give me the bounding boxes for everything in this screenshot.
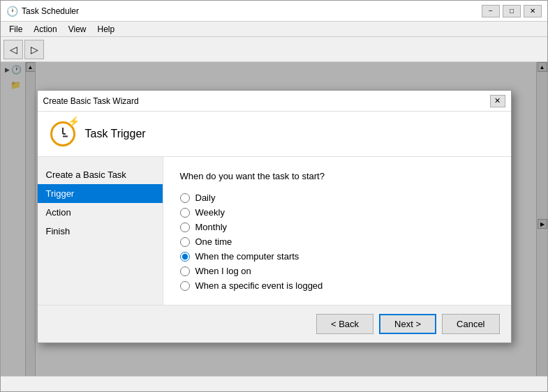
option-daily[interactable]: Daily	[180, 193, 494, 203]
label-logon: When I log on	[195, 266, 251, 276]
dialog-header-title: Task Trigger	[85, 128, 146, 140]
radio-logon[interactable]	[180, 266, 190, 276]
radio-weekly[interactable]	[180, 208, 190, 218]
dialog-body: Create a Basic Task Trigger Action Finis…	[38, 157, 511, 305]
cancel-button[interactable]: Cancel	[442, 314, 499, 334]
label-monthly: Monthly	[195, 222, 228, 232]
clock-container: ⚡	[50, 121, 75, 146]
dialog: Create Basic Task Wizard ✕	[37, 90, 512, 343]
dialog-header-icon: ⚡	[49, 120, 77, 148]
lightning-icon: ⚡	[68, 116, 80, 127]
option-onetime[interactable]: One time	[180, 236, 494, 247]
main-window: 🕐 Task Scheduler − □ ✕ File Action View …	[0, 0, 548, 392]
radio-specificevent[interactable]	[180, 281, 190, 291]
app-icon: 🕐	[6, 6, 17, 17]
toolbar: ◁ ▷	[1, 37, 547, 62]
option-weekly[interactable]: Weekly	[180, 207, 494, 218]
dialog-footer: < Back Next > Cancel	[38, 305, 511, 342]
radio-computerstart[interactable]	[180, 252, 190, 262]
menu-bar: File Action View Help	[1, 22, 547, 37]
menu-action[interactable]: Action	[28, 23, 62, 36]
back-button[interactable]: < Back	[316, 314, 373, 334]
wizard-nav-trigger[interactable]: Trigger	[38, 184, 163, 203]
option-computerstart[interactable]: When the computer starts	[180, 251, 494, 262]
label-onetime: One time	[195, 236, 232, 247]
option-monthly[interactable]: Monthly	[180, 222, 494, 232]
window-title: Task Scheduler	[22, 6, 482, 16]
dialog-header: ⚡ Task Trigger	[38, 112, 511, 157]
status-bar	[1, 376, 547, 391]
close-button[interactable]: ✕	[524, 5, 542, 17]
modal-overlay: Create Basic Task Wizard ✕	[1, 62, 547, 376]
dialog-title-text: Create Basic Task Wizard	[43, 96, 490, 106]
maximize-button[interactable]: □	[503, 5, 521, 17]
option-logon[interactable]: When I log on	[180, 266, 494, 276]
dialog-title-bar: Create Basic Task Wizard ✕	[38, 91, 511, 112]
dialog-close-button[interactable]: ✕	[490, 95, 505, 107]
option-specificevent[interactable]: When a specific event is logged	[180, 280, 494, 291]
wizard-nav-finish[interactable]: Finish	[38, 222, 163, 241]
radio-daily[interactable]	[180, 193, 190, 203]
label-computerstart: When the computer starts	[195, 251, 299, 262]
menu-help[interactable]: Help	[92, 23, 121, 36]
label-specificevent: When a specific event is logged	[195, 280, 323, 291]
title-bar: 🕐 Task Scheduler − □ ✕	[1, 1, 547, 22]
minimize-button[interactable]: −	[482, 5, 500, 17]
title-bar-controls: − □ ✕	[482, 5, 542, 17]
wizard-nav-create[interactable]: Create a Basic Task	[38, 165, 163, 184]
wizard-content: When do you want the task to start? Dail…	[163, 157, 511, 305]
label-weekly: Weekly	[195, 207, 225, 218]
wizard-nav: Create a Basic Task Trigger Action Finis…	[38, 157, 163, 305]
trigger-options: Daily Weekly Monthly	[180, 193, 494, 291]
menu-file[interactable]: File	[3, 23, 28, 36]
radio-onetime[interactable]	[180, 237, 190, 247]
wizard-question: When do you want the task to start?	[180, 171, 494, 181]
forward-toolbar-btn[interactable]: ▷	[24, 40, 44, 59]
wizard-nav-action[interactable]: Action	[38, 203, 163, 222]
radio-monthly[interactable]	[180, 223, 190, 232]
clock-svg	[56, 127, 70, 141]
main-content: ▶ 🕐 📁 ▲ ▲ ▶ Create Basi	[1, 62, 547, 376]
back-toolbar-btn[interactable]: ◁	[3, 40, 23, 59]
next-button[interactable]: Next >	[379, 314, 436, 334]
menu-view[interactable]: View	[63, 23, 92, 36]
label-daily: Daily	[195, 193, 216, 203]
